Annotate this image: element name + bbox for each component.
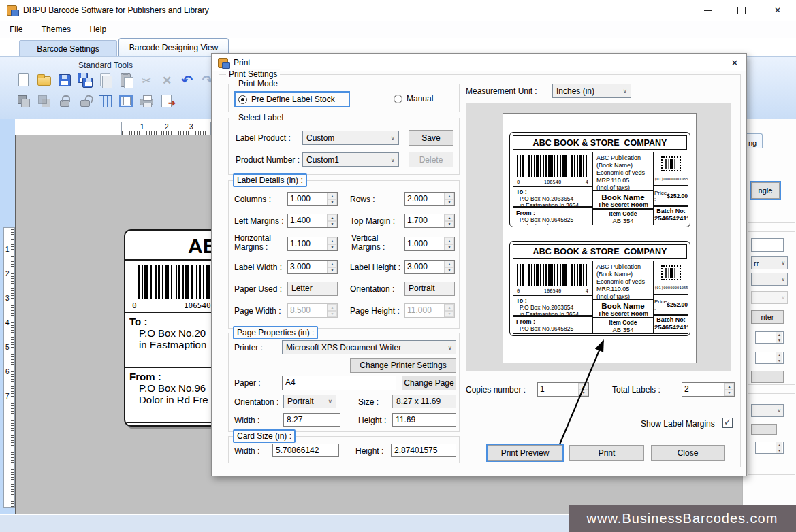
page-height-input[interactable]: 11.69 [392, 413, 456, 427]
paste-icon[interactable] [118, 72, 134, 88]
manual-radio-wrap[interactable]: Manual [394, 94, 433, 103]
card-height-label: Height : [355, 446, 383, 456]
spin-up-icon[interactable] [445, 193, 454, 199]
spin-up-icon[interactable] [445, 261, 454, 267]
spin-up-icon[interactable] [579, 383, 588, 390]
total-labels-spinner[interactable]: 2 [682, 382, 735, 397]
menu-themes[interactable]: Themes [42, 24, 71, 34]
dialog-close-icon[interactable] [727, 56, 742, 69]
send-to-back-icon[interactable] [36, 93, 52, 110]
undo-icon[interactable]: ↶ [179, 72, 195, 88]
save-button[interactable]: Save [409, 130, 453, 146]
product-number-combo[interactable]: Custom1 [302, 152, 399, 167]
panel-combo-fragment[interactable]: rr [751, 256, 788, 269]
save-icon[interactable] [57, 72, 73, 88]
batch-value: 25465424114 [654, 323, 688, 331]
label-height-spinner[interactable]: 3.000 [404, 260, 455, 274]
grid-icon[interactable] [97, 93, 114, 110]
spin-up-icon[interactable] [328, 193, 337, 199]
panel-combo-fragment[interactable] [751, 404, 784, 417]
panel-spinner-fragment[interactable] [755, 331, 784, 344]
top-margin-spinner[interactable]: 1.700 [404, 214, 455, 228]
spin-down-icon[interactable] [328, 244, 337, 251]
print-preview-button[interactable]: Print Preview [488, 445, 562, 461]
center-button-fragment[interactable]: nter [751, 310, 784, 324]
spin-down-icon[interactable] [725, 390, 734, 397]
from-line: Dolor in Rd Fremont AK [516, 223, 592, 225]
spin-up-icon[interactable] [725, 383, 734, 390]
panel-spinner-fragment[interactable] [755, 442, 784, 454]
change-printer-settings-button[interactable]: Change Printer Settings [350, 358, 456, 373]
lock-icon[interactable] [57, 93, 73, 110]
spin-down-icon[interactable] [328, 267, 337, 274]
spin-up-icon[interactable] [328, 214, 337, 221]
panel-spinner-fragment[interactable] [755, 352, 784, 364]
save-all-icon[interactable] [77, 72, 93, 88]
tab-fragment[interactable]: ng [745, 133, 763, 148]
panel-input-fragment[interactable] [751, 238, 784, 252]
change-page-button[interactable]: Change Page [402, 376, 456, 390]
main-window: DRPU Barcode Software for Publishers and… [0, 0, 796, 532]
printer-combo[interactable]: Microsoft XPS Document Writer [282, 340, 456, 354]
preview-itemcode-cell: Item Code AB 354 [592, 318, 654, 334]
show-label-margins-checkbox[interactable] [722, 418, 733, 428]
predefine-radio-wrap[interactable]: Pre Define Label Stock [234, 91, 350, 107]
spin-up-icon[interactable] [328, 237, 337, 244]
maximize-button[interactable] [731, 3, 752, 18]
spin-down-icon[interactable] [445, 221, 454, 228]
print-icon[interactable] [138, 93, 155, 110]
close-button[interactable] [767, 3, 788, 18]
page-width-input[interactable]: 8.27 [283, 413, 340, 427]
card-width-input[interactable]: 5.70866142 [272, 444, 339, 457]
pub-line: (Book Name) [596, 271, 653, 278]
print-button[interactable]: Print [569, 445, 644, 461]
bring-to-front-icon[interactable] [16, 93, 32, 110]
preview-barcode-cell: 0 106540 4 [513, 261, 592, 295]
spin-down-icon[interactable] [579, 390, 588, 397]
unlock-icon[interactable] [77, 93, 93, 110]
vruler-mark: 7 [5, 393, 10, 400]
rectangle-button-fragment[interactable]: ngle [751, 182, 780, 199]
vertical-margins-label: Vertical Margins : [351, 234, 396, 252]
barcode-digit: 4 [586, 180, 588, 185]
measurement-unit-combo[interactable]: Inches (in) [552, 84, 631, 98]
select-label-title: Select Label [236, 113, 286, 122]
spin-up-icon[interactable] [445, 237, 454, 244]
new-document-icon[interactable] [16, 72, 32, 88]
horizontal-margins-spinner[interactable]: 1.100 [287, 237, 338, 251]
cut-icon[interactable]: ✂ [138, 72, 155, 88]
columns-spinner[interactable]: 1.000 [287, 192, 338, 206]
menu-help[interactable]: Help [89, 24, 106, 34]
page-orientation-combo[interactable]: Portrait [283, 395, 336, 408]
copy-icon[interactable] [97, 72, 114, 88]
copies-number-spinner[interactable]: 1 [537, 382, 589, 397]
export-icon[interactable]: ➔ [159, 93, 175, 110]
panel-combo-fragment[interactable] [751, 273, 788, 286]
tab-barcode-settings[interactable]: Barcode Settings [19, 40, 117, 56]
spin-down-icon[interactable] [328, 199, 337, 206]
panel-button-fragment[interactable] [751, 371, 784, 383]
spin-down-icon[interactable] [445, 199, 454, 206]
close-dialog-button[interactable]: Close [651, 445, 725, 461]
left-margins-spinner[interactable]: 1.400 [287, 214, 338, 228]
manual-radio[interactable] [394, 95, 402, 103]
product-number-label: Product Number : [236, 155, 300, 165]
predefine-radio[interactable] [238, 95, 247, 104]
card-height-input[interactable]: 2.87401575 [391, 444, 456, 457]
rows-spinner[interactable]: 2.000 [404, 192, 455, 206]
label-width-spinner[interactable]: 3.000 [287, 260, 338, 274]
open-file-icon[interactable] [36, 72, 52, 88]
vertical-margins-spinner[interactable]: 1.000 [404, 237, 455, 251]
menu-file[interactable]: File [10, 24, 22, 34]
paper-input[interactable]: A4 [282, 376, 396, 390]
minimize-button[interactable] [697, 3, 718, 18]
delete-icon[interactable]: ✕ [159, 72, 175, 88]
spin-up-icon[interactable] [328, 261, 337, 267]
insert-image-icon[interactable] [118, 93, 134, 110]
spin-down-icon[interactable] [445, 244, 454, 251]
label-product-combo[interactable]: Custom [302, 131, 399, 145]
spin-down-icon[interactable] [328, 221, 337, 228]
spin-down-icon[interactable] [445, 267, 454, 274]
spin-up-icon[interactable] [445, 214, 454, 221]
panel-button-fragment[interactable] [751, 424, 777, 435]
